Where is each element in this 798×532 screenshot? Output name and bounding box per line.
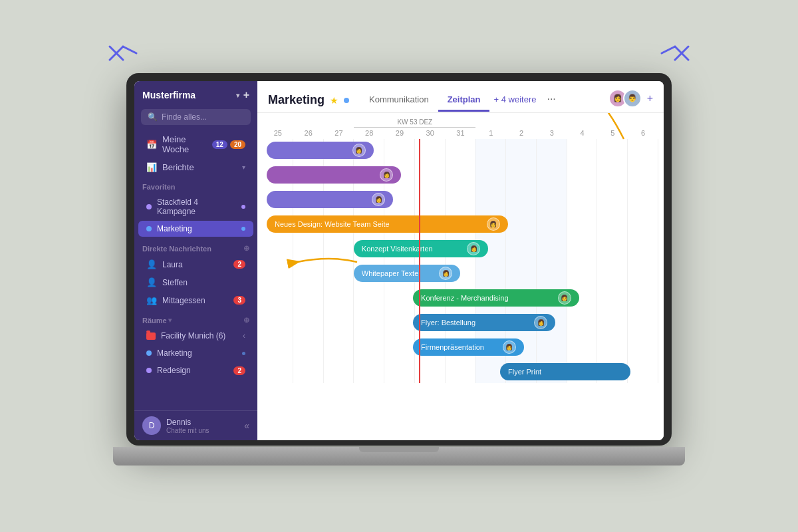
topbar-right: 👩 👨 +: [608, 89, 653, 112]
bar-label: Firmenpräsentation: [421, 343, 503, 351]
gantt-bar-firmenpraesentation[interactable]: Firmenpräsentation 👩: [413, 338, 524, 356]
status-dot: [344, 98, 349, 103]
gantt-bar-flyer-bestellung[interactable]: Flyer: Bestellung 👩: [413, 314, 555, 331]
laptop-base: [113, 447, 685, 466]
sidebar-item-marketing[interactable]: Marketing: [138, 221, 253, 237]
sidebar-item-mittagessen[interactable]: 👥 Mittagessen 3: [138, 292, 253, 309]
add-member-icon[interactable]: +: [647, 92, 653, 104]
gantt-bar-flyer-print[interactable]: Flyer Print: [500, 363, 630, 380]
calendar-icon: 📅: [146, 140, 157, 150]
sidebar-header: Musterfirma ▾ +: [134, 81, 257, 106]
chevron-down-icon: ▾: [242, 164, 245, 171]
sidebar-item-meine-woche[interactable]: 📅 Meine Woche 12 20: [138, 131, 253, 158]
dot-icon: [146, 204, 152, 209]
redesign-label: Redesign: [157, 366, 191, 375]
badge-3: 3: [233, 296, 245, 305]
badge-20: 20: [230, 140, 245, 149]
sidebar-item-berichte[interactable]: 📊 Berichte ▾: [138, 159, 253, 176]
col-4: 4: [567, 129, 598, 137]
col-30: 30: [415, 129, 446, 137]
svg-line-1: [123, 47, 136, 53]
sidebar-item-facility-munich[interactable]: Facility Munich (6) ‹: [138, 328, 253, 344]
laura-label: Laura: [162, 260, 183, 269]
dot-icon: [146, 350, 152, 356]
bar-label: Konferenz - Merchandising: [421, 294, 558, 302]
svg-line-3: [662, 47, 675, 53]
gantt-bar-whitepaper[interactable]: Whitepaper Texte 👩: [354, 265, 461, 282]
sidebar-item-redesign[interactable]: Redesign 2: [138, 362, 253, 378]
avatar-2: 👨: [623, 89, 642, 108]
gantt-bar-3[interactable]: 👩: [267, 191, 393, 208]
company-name: Musterfirma: [142, 90, 196, 100]
chart-icon: 📊: [146, 162, 157, 172]
bar-avatar: 👩: [352, 144, 366, 157]
chevron-left-icon: ‹: [243, 331, 245, 340]
star-icon[interactable]: ★: [330, 95, 338, 106]
bar-avatar: 👩: [503, 340, 516, 354]
gantt-row-1[interactable]: 👩: [263, 139, 658, 162]
gantt-bar-neues-design[interactable]: Neues Design: Website Team Seite 👩: [267, 215, 508, 233]
search-icon: 🔍: [148, 112, 158, 122]
sidebar-item-steffen[interactable]: 👤 Steffen: [138, 274, 253, 291]
avatar-group: 👩 👨: [608, 89, 642, 108]
add-icon[interactable]: +: [243, 89, 249, 101]
bar-label: Flyer Print: [508, 368, 622, 376]
gantt-row-9[interactable]: Firmenpräsentation 👩: [263, 336, 658, 358]
week-label: KW 53 DEZ: [354, 118, 475, 128]
add-room-icon[interactable]: ⊕: [243, 316, 249, 325]
gantt-row-2[interactable]: 👩: [263, 164, 658, 186]
gantt-bar-konferenz[interactable]: Konferenz - Merchandising 👩: [413, 289, 579, 307]
gantt-row-8[interactable]: Flyer: Bestellung 👩: [263, 311, 658, 334]
sidebar-item-stackfield[interactable]: Stackfield 4 Kampagne: [138, 194, 253, 219]
berichte-label: Berichte: [162, 162, 194, 172]
favoriten-section: Favoriten: [134, 176, 257, 194]
gantt-bar-1[interactable]: 👩: [267, 142, 374, 159]
tab-kommunikation[interactable]: Kommunikation: [360, 89, 438, 112]
chevron-down-icon: ▾: [168, 317, 172, 324]
badge-2-redesign: 2: [233, 366, 245, 375]
gantt-row-6[interactable]: Whitepaper Texte 👩: [263, 262, 658, 285]
gantt-bar-konzept[interactable]: Konzept Visitenkarten 👩: [354, 240, 488, 257]
laptop-screen-frame: Musterfirma ▾ + 🔍 Finde alles... 📅 Meine…: [126, 73, 672, 446]
tab-zeitplan[interactable]: Zeitplan: [438, 89, 490, 112]
notification-dot: [241, 205, 245, 209]
meine-woche-label: Meine Woche: [162, 134, 207, 154]
bar-avatar: 👩: [558, 291, 571, 305]
col-28: 28: [354, 129, 384, 137]
chevron-down-icon: ▾: [236, 92, 239, 99]
user-icon: 👤: [146, 277, 157, 287]
direkte-nachrichten-section: Direkte Nachrichten ⊕: [134, 237, 257, 255]
bar-avatar: 👩: [487, 217, 500, 231]
col-2: 2: [506, 129, 537, 137]
bar-label: Flyer: Bestellung: [421, 319, 534, 327]
col-26: 26: [293, 129, 324, 137]
gantt-row-7[interactable]: Konferenz - Merchandising 👩: [263, 287, 658, 309]
gantt-rows: 👩 👩 👩: [257, 139, 664, 383]
tab-options[interactable]: ···: [543, 88, 559, 112]
gantt-header-row: 25 26 27 28 29 30 31 1 2 3 4 5 6: [263, 129, 658, 137]
gantt-bar-2[interactable]: 👩: [267, 166, 401, 184]
user-avatar: D: [142, 416, 161, 435]
steffen-label: Steffen: [162, 278, 188, 287]
col-3: 3: [537, 129, 567, 137]
col-31: 31: [446, 129, 476, 137]
gantt-chart: KW 53 DEZ 25 26 27 28 29 30 31 1: [257, 113, 664, 440]
col-5: 5: [597, 129, 628, 137]
laptop-screen: Musterfirma ▾ + 🔍 Finde alles... 📅 Meine…: [134, 81, 664, 440]
gantt-row-3[interactable]: 👩: [263, 188, 658, 211]
sidebar-item-laura[interactable]: 👤 Laura 2: [138, 256, 253, 273]
footer-status: Chatte mit uns: [166, 427, 209, 434]
group-icon: 👥: [146, 295, 157, 305]
gantt-row-5[interactable]: Konzept Visitenkarten 👩: [263, 237, 658, 260]
tab-more[interactable]: + 4 weitere: [489, 89, 540, 112]
gantt-row-10[interactable]: Flyer Print: [263, 360, 658, 383]
add-dm-icon[interactable]: ⊕: [243, 244, 249, 253]
gantt-row-4[interactable]: Neues Design: Website Team Seite 👩: [263, 213, 658, 235]
tabs: Kommunikation Zeitplan + 4 weitere ···: [360, 88, 560, 112]
sidebar-item-marketing-room[interactable]: Marketing: [138, 345, 253, 361]
search-bar[interactable]: 🔍 Finde alles...: [141, 109, 251, 125]
today-line: [419, 139, 420, 383]
collapse-icon[interactable]: «: [244, 420, 249, 431]
bar-label: Whitepaper Texte: [362, 269, 440, 277]
laptop-frame: Musterfirma ▾ + 🔍 Finde alles... 📅 Meine…: [113, 66, 685, 466]
